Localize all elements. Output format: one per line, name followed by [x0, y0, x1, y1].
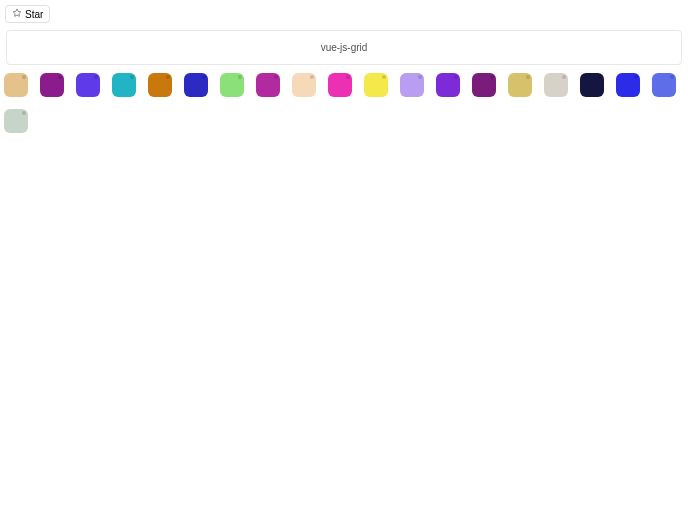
star-label: Star [25, 9, 43, 20]
grid-tile[interactable] [364, 73, 388, 97]
grid-tile[interactable] [4, 109, 28, 133]
grid-tile[interactable] [4, 73, 28, 97]
tile-handle-icon [310, 75, 314, 79]
star-button[interactable]: Star [5, 5, 50, 23]
grid-tile[interactable] [148, 73, 172, 97]
grid-tile[interactable] [436, 73, 460, 97]
header-title: vue-js-grid [321, 42, 368, 53]
tile-handle-icon [94, 75, 98, 79]
grid-tile[interactable] [616, 73, 640, 97]
grid-tile[interactable] [40, 73, 64, 97]
tile-handle-icon [58, 75, 62, 79]
grid-tile[interactable] [220, 73, 244, 97]
tile-handle-icon [598, 75, 602, 79]
grid-tile[interactable] [184, 73, 208, 97]
grid-tile[interactable] [652, 73, 676, 97]
grid-tile[interactable] [112, 73, 136, 97]
tile-handle-icon [274, 75, 278, 79]
tile-handle-icon [238, 75, 242, 79]
tile-handle-icon [418, 75, 422, 79]
tile-handle-icon [130, 75, 134, 79]
tile-handle-icon [382, 75, 386, 79]
grid-tile[interactable] [508, 73, 532, 97]
tile-handle-icon [166, 75, 170, 79]
star-icon [12, 8, 22, 20]
grid-tile[interactable] [256, 73, 280, 97]
grid-tile[interactable] [400, 73, 424, 97]
grid-tile[interactable] [328, 73, 352, 97]
grid-tile[interactable] [544, 73, 568, 97]
grid-tile[interactable] [76, 73, 100, 97]
tile-handle-icon [562, 75, 566, 79]
grid-tile[interactable] [580, 73, 604, 97]
tile-handle-icon [526, 75, 530, 79]
color-grid [4, 73, 684, 133]
tile-handle-icon [22, 75, 26, 79]
tile-handle-icon [634, 75, 638, 79]
tile-handle-icon [490, 75, 494, 79]
tile-handle-icon [202, 75, 206, 79]
grid-tile[interactable] [292, 73, 316, 97]
tile-handle-icon [346, 75, 350, 79]
tile-handle-icon [454, 75, 458, 79]
tile-handle-icon [22, 111, 26, 115]
tile-handle-icon [670, 75, 674, 79]
header-title-box: vue-js-grid [6, 30, 682, 65]
grid-tile[interactable] [472, 73, 496, 97]
